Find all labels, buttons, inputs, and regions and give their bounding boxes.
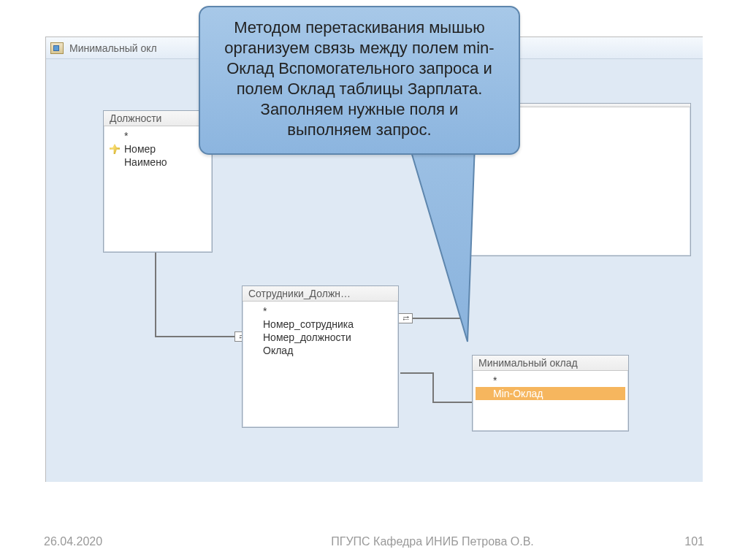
slide-footer: 26.04.2020 ПГУПС Кафедра ИНИБ Петрова О.…	[0, 535, 748, 548]
field-nomer[interactable]: Номер	[107, 142, 209, 156]
table-header[interactable]: Должности	[104, 111, 212, 126]
table-box-dolzhnosti[interactable]: Должности * Номер Наимено	[103, 110, 213, 253]
instruction-callout: Методом перетаскивания мышью организуем …	[199, 6, 520, 155]
field-nomer-dolzhnosti[interactable]: Номер_должности	[245, 331, 395, 344]
field-star[interactable]: *	[245, 304, 395, 318]
window-title: Минимальный окл	[69, 42, 157, 54]
table-field-list: * Номер Наимено	[104, 126, 212, 172]
footer-page: 101	[646, 535, 704, 548]
table-field-list: * Min-Оклад	[473, 371, 628, 403]
field-star[interactable]: *	[107, 129, 209, 142]
table-field-list: * Номер_сотрудника Номер_должности Оклад	[243, 302, 398, 360]
query-icon	[50, 42, 64, 54]
field-star[interactable]: *	[476, 374, 625, 387]
footer-center: ПГУПС Кафедра ИНИБ Петрова О.В.	[219, 535, 646, 548]
field-naimeno[interactable]: Наимено	[107, 156, 209, 169]
field-min-oklad[interactable]: Min-Оклад	[476, 387, 625, 400]
table-header[interactable]: Сотрудники_Должн…	[243, 286, 398, 302]
field-oklad[interactable]: Оклад	[245, 344, 395, 357]
table-header[interactable]: Минимальный оклад	[473, 356, 628, 371]
table-box-sotrudniki-dolzhn[interactable]: Сотрудники_Должн… * Номер_сотрудника Ном…	[242, 285, 399, 428]
callout-text: Методом перетаскивания мышью организуем …	[224, 18, 494, 139]
field-nomer-sotrudnika[interactable]: Номер_сотрудника	[245, 318, 395, 331]
join-knot[interactable]: ⮂	[398, 313, 413, 323]
footer-date: 26.04.2020	[44, 535, 219, 548]
table-box-min-oklad[interactable]: Минимальный оклад * Min-Оклад	[472, 355, 629, 431]
